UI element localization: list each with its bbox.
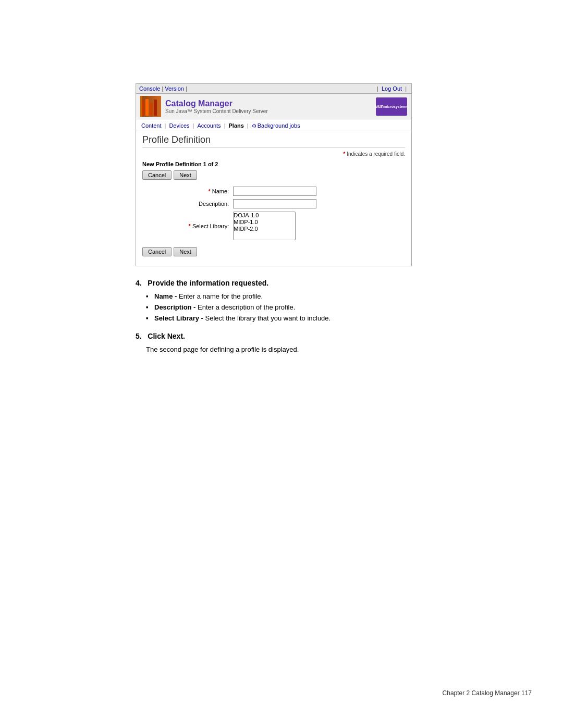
top-nav-right: | Log Out | (375, 85, 408, 92)
bullet-name: Name - Enter a name for the profile. (146, 291, 427, 302)
step-4-header: 4. Provide the information requested. (136, 279, 427, 287)
library-option-midp2[interactable]: MIDP-2.0 (234, 226, 295, 232)
name-input-cell (231, 185, 405, 198)
bullet-name-bold: Name - (154, 292, 177, 300)
nav-devices[interactable]: Devices (167, 121, 191, 130)
description-input-cell (231, 198, 405, 210)
step-5-subtext: The second page for defining a profile i… (136, 344, 427, 355)
step-5-text: Click Next. (148, 332, 185, 340)
nav-sep-3: | (224, 122, 226, 129)
bottom-cancel-button[interactable]: Cancel (142, 247, 172, 256)
step-5: 5. Click Next. The second page for defin… (136, 332, 427, 355)
step-4-number: 4. (136, 279, 142, 287)
description-input[interactable] (233, 199, 316, 208)
bullet-library: Select Library - Select the library that… (146, 313, 427, 324)
top-button-row: Cancel Next (142, 170, 405, 180)
form-section-title: New Profile Definition 1 of 2 (142, 161, 405, 167)
top-nav-left: Console | Version | (139, 85, 189, 92)
step-4: 4. Provide the information requested. Na… (136, 279, 427, 324)
sun-logo: Sun microsystems (376, 97, 407, 116)
book-spine-2 (145, 99, 149, 116)
bullet-description-bold: Description - (154, 303, 195, 311)
top-cancel-button[interactable]: Cancel (142, 170, 172, 180)
nav-background-jobs[interactable]: ⚙Background jobs (250, 121, 302, 130)
nav-sep-1: | (165, 122, 166, 129)
bullet-library-bold: Select Library - (154, 314, 203, 322)
doc-content: 4. Provide the information requested. Na… (136, 279, 427, 355)
catalog-manager-ui: Console | Version | | Log Out | (136, 83, 412, 266)
description-label: Description: (142, 198, 231, 210)
header-title-block: Catalog Manager Sun Java™ System Content… (165, 99, 268, 114)
footer-text: Chapter 2 Catalog Manager 117 (443, 689, 532, 697)
library-required-star: * (189, 223, 192, 229)
top-nav-bar: Console | Version | | Log Out | (136, 84, 411, 94)
step-4-description: Provide the information requested. (148, 279, 268, 287)
description-row: Description: (142, 198, 405, 210)
library-option-doja[interactable]: DOJA-1.0 (234, 212, 295, 219)
header-left: Catalog Manager Sun Java™ System Content… (140, 96, 268, 117)
name-label: * Name: (142, 185, 231, 198)
required-note: * Indicates a required field. (142, 151, 405, 157)
library-row: * Select Library: DOJA-1.0 MIDP-1.0 MIDP… (142, 210, 405, 242)
page-title: Profile Definition (142, 134, 405, 148)
background-jobs-icon: ⚙ (252, 123, 256, 129)
header-bar: Catalog Manager Sun Java™ System Content… (136, 94, 411, 119)
profile-form: * Name: Description: (142, 185, 405, 242)
app-subtitle: Sun Java™ System Content Delivery Server (165, 108, 268, 114)
catalog-icon (140, 96, 161, 117)
name-row: * Name: (142, 185, 405, 198)
nav-accounts[interactable]: Accounts (195, 121, 223, 130)
required-note-text: Indicates a required field. (347, 151, 405, 157)
step-5-header: 5. Click Next. (136, 332, 427, 340)
nav-separator-2: | (186, 85, 187, 92)
nav-plans[interactable]: Plans (226, 121, 246, 130)
bottom-next-button[interactable]: Next (174, 247, 197, 256)
name-required-star: * (208, 188, 212, 194)
library-select-cell: DOJA-1.0 MIDP-1.0 MIDP-2.0 (231, 210, 405, 242)
app-title: Catalog Manager (165, 99, 268, 108)
bullet-description-rest: Enter a description of the profile. (198, 303, 295, 311)
step-4-bullets: Name - Enter a name for the profile. Des… (136, 291, 427, 324)
nav-sep-4: | (247, 122, 249, 129)
step-4-text (144, 279, 146, 287)
library-option-midp1[interactable]: MIDP-1.0 (234, 219, 295, 226)
console-link[interactable]: Console (139, 85, 160, 92)
nav-sep-2: | (193, 122, 194, 129)
version-link[interactable]: Version (165, 85, 184, 92)
content-area: Profile Definition * Indicates a require… (136, 130, 411, 266)
book-spine-1 (141, 101, 144, 116)
library-label: * Select Library: (142, 210, 231, 242)
book-spines-decoration (140, 96, 161, 117)
step-5-number: 5. (136, 332, 142, 340)
logout-link[interactable]: Log Out (382, 85, 402, 92)
bullet-library-rest: Select the library that you want to incl… (205, 314, 331, 322)
required-star: * (344, 151, 346, 157)
book-spine-3 (150, 103, 153, 116)
book-spine-4 (154, 100, 157, 116)
bullet-description: Description - Enter a description of the… (146, 302, 427, 313)
step-5-spacer (144, 332, 146, 340)
bottom-button-row: Cancel Next (142, 247, 405, 256)
page-footer: Chapter 2 Catalog Manager 117 (443, 689, 532, 697)
nav-separator-1: | (162, 85, 163, 92)
bullet-name-rest: Enter a name for the profile. (179, 292, 263, 300)
top-next-button[interactable]: Next (174, 170, 197, 180)
nav-content[interactable]: Content (139, 121, 164, 130)
main-nav: Content | Devices | Accounts | Plans | ⚙… (136, 119, 411, 130)
library-select[interactable]: DOJA-1.0 MIDP-1.0 MIDP-2.0 (233, 212, 296, 240)
name-input[interactable] (233, 187, 316, 196)
